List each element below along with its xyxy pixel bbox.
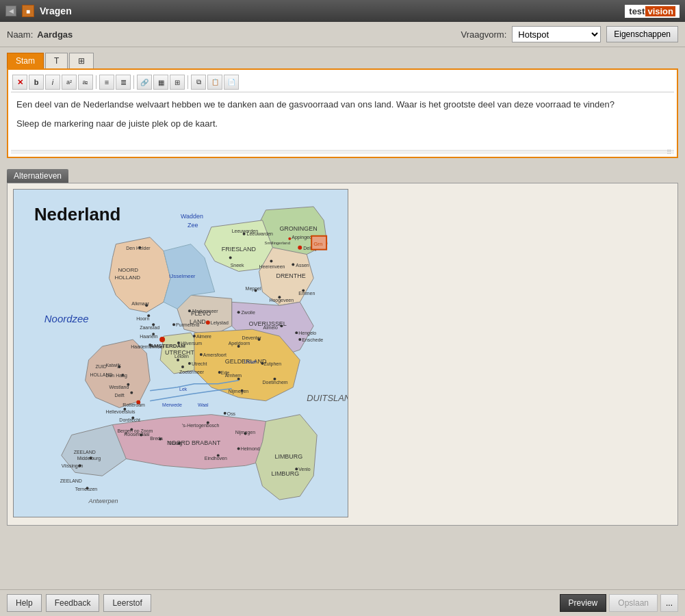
svg-text:Eindhoven: Eindhoven — [205, 456, 227, 461]
svg-text:Heerenveen: Heerenveen — [259, 264, 285, 269]
ordered-list-button[interactable]: ≣ — [116, 75, 131, 90]
eigenschappen-button[interactable]: Eigenschappen — [606, 26, 678, 42]
svg-point-81 — [177, 359, 179, 361]
svg-text:Markermeer: Markermeer — [192, 309, 218, 313]
svg-text:DRENTHE: DRENTHE — [276, 272, 305, 279]
bold-button[interactable]: b — [29, 75, 44, 90]
svg-text:Zutphen: Zutphen — [263, 361, 281, 367]
svg-text:Grn: Grn — [313, 241, 322, 247]
leerstof-button[interactable]: Leerstof — [103, 594, 151, 612]
alternatieven-header: Alternatieven — [7, 169, 68, 183]
svg-text:Emmen: Emmen — [298, 291, 315, 296]
svg-point-89 — [200, 353, 203, 356]
vraagvorm-select[interactable]: Hotspot — [512, 26, 601, 42]
svg-point-97 — [295, 331, 298, 334]
editor-line1: Een deel van de Nederlandse welvaart heb… — [16, 98, 669, 112]
naam-field: Naam: Aardgas — [7, 29, 73, 40]
paste-text-button[interactable]: 📄 — [224, 75, 239, 90]
svg-text:IJssel: IJssel — [244, 359, 257, 364]
tab-text[interactable]: T — [45, 53, 68, 68]
toolbar-separator-2 — [133, 75, 134, 89]
svg-point-103 — [237, 378, 240, 381]
svg-text:Doetinchem: Doetinchem — [263, 380, 288, 385]
svg-text:Utrecht: Utrecht — [192, 361, 207, 366]
title-bar: ◀ ■ Vragen testvision — [0, 0, 685, 22]
svg-point-95 — [280, 324, 283, 327]
svg-point-93 — [237, 311, 240, 313]
svg-point-35 — [298, 246, 302, 250]
svg-text:Katwijk: Katwijk — [105, 363, 121, 368]
window-back-button[interactable]: ◀ — [5, 5, 16, 16]
svg-text:Zee: Zee — [188, 222, 198, 229]
svg-point-87 — [188, 362, 191, 365]
svg-text:LIMBURG: LIMBURG — [274, 453, 302, 460]
help-button[interactable]: Help — [7, 594, 42, 612]
more-button[interactable]: ... — [660, 594, 678, 612]
italic-button[interactable]: i — [45, 75, 60, 90]
svg-text:GRONINGEN: GRONINGEN — [279, 225, 317, 232]
header-right: Vraagvorm: Hotspot Eigenschappen — [461, 26, 678, 42]
svg-text:Noordzee: Noordzee — [44, 313, 89, 324]
editor-line2: Sleep de markering naar de juiste plek o… — [16, 117, 669, 131]
superscript-button[interactable]: a² — [62, 75, 77, 90]
unordered-list-button[interactable]: ≡ — [99, 75, 114, 90]
svg-text:HOLLAND: HOLLAND — [114, 274, 140, 281]
svg-text:Lelystad: Lelystad — [211, 320, 229, 326]
svg-text:Den Haag: Den Haag — [105, 373, 127, 378]
svg-text:NOORD: NOORD — [118, 267, 138, 273]
svg-point-59 — [172, 323, 175, 326]
link-button[interactable]: 🔗 — [137, 75, 152, 90]
svg-point-37 — [288, 238, 291, 240]
image-button[interactable]: ▦ — [153, 75, 168, 90]
svg-text:Middelburg: Middelburg — [77, 456, 101, 461]
logo-vision-box: vision — [645, 6, 675, 16]
svg-point-127 — [237, 447, 240, 450]
svg-text:Sneek: Sneek — [231, 263, 244, 268]
svg-text:Almere: Almere — [196, 334, 211, 339]
svg-text:Delft: Delft — [114, 393, 124, 398]
svg-text:Den Helder: Den Helder — [126, 246, 151, 251]
paste-button[interactable]: 📋 — [207, 75, 222, 90]
toolbar-separator-1 — [96, 75, 96, 89]
tab-table[interactable]: ⊞ — [69, 53, 94, 68]
svg-text:Amersfoort: Amersfoort — [203, 352, 227, 357]
svg-text:Vlissingen: Vlissingen — [62, 463, 83, 469]
svg-text:Helmond: Helmond — [241, 446, 260, 451]
svg-point-41 — [270, 260, 272, 263]
footer: Help Feedback Leerstof Preview Opslaan .… — [0, 589, 685, 616]
rte-content[interactable]: Een deel van de Nederlandse welvaart heb… — [11, 95, 674, 150]
svg-text:Hoogeveen: Hoogeveen — [269, 298, 294, 303]
svg-text:ZUID: ZUID — [96, 364, 107, 369]
opslaan-button[interactable]: Opslaan — [609, 594, 658, 612]
svg-text:Smillingerland: Smillingerland — [264, 241, 290, 245]
window-title: Vragen — [40, 5, 72, 16]
vraagvorm-label: Vraagvorm: — [461, 29, 507, 40]
svg-text:Hellevoetsluis: Hellevoetsluis — [105, 409, 135, 414]
svg-text:Venlo: Venlo — [298, 467, 311, 472]
svg-text:Tilburg: Tilburg — [168, 441, 182, 446]
feedback-button[interactable]: Feedback — [46, 594, 100, 612]
alternatieven-box: Nederland Noordzee GRONINGEN FRIESLAND — [7, 183, 678, 526]
svg-text:Almelo: Almelo — [263, 325, 277, 330]
copy-button[interactable]: ⧉ — [191, 75, 206, 90]
preview-button[interactable]: Preview — [560, 594, 607, 612]
rte-resize-handle[interactable]: ⠿ — [11, 150, 674, 154]
table-button[interactable]: ⊞ — [170, 75, 185, 90]
netherlands-map[interactable]: Nederland Noordzee GRONINGEN FRIESLAND — [13, 189, 348, 517]
svg-text:Rotterdam: Rotterdam — [122, 402, 145, 407]
eraser-button[interactable]: ✕ — [12, 75, 27, 90]
svg-text:Hoorn: Hoorn — [136, 316, 149, 321]
svg-text:Deventer: Deventer — [242, 335, 262, 340]
svg-text:Nijmegen: Nijmegen — [235, 430, 256, 435]
svg-text:DUITSLAND: DUITSLAND — [307, 393, 348, 403]
svg-point-85 — [177, 342, 180, 344]
svg-text:'s-Hertogenbosch: 's-Hertogenbosch — [182, 423, 220, 428]
subscript-button[interactable]: a₂ — [78, 75, 93, 90]
svg-text:Nijmegen: Nijmegen — [229, 389, 249, 394]
tab-stam[interactable]: Stam — [7, 53, 44, 68]
svg-text:Terneuzen: Terneuzen — [75, 487, 98, 491]
svg-text:LIMBURG: LIMBURG — [271, 470, 299, 477]
svg-text:Breda: Breda — [150, 436, 163, 441]
svg-text:Roosendaal: Roosendaal — [124, 432, 150, 437]
svg-text:Oss: Oss — [227, 411, 236, 416]
